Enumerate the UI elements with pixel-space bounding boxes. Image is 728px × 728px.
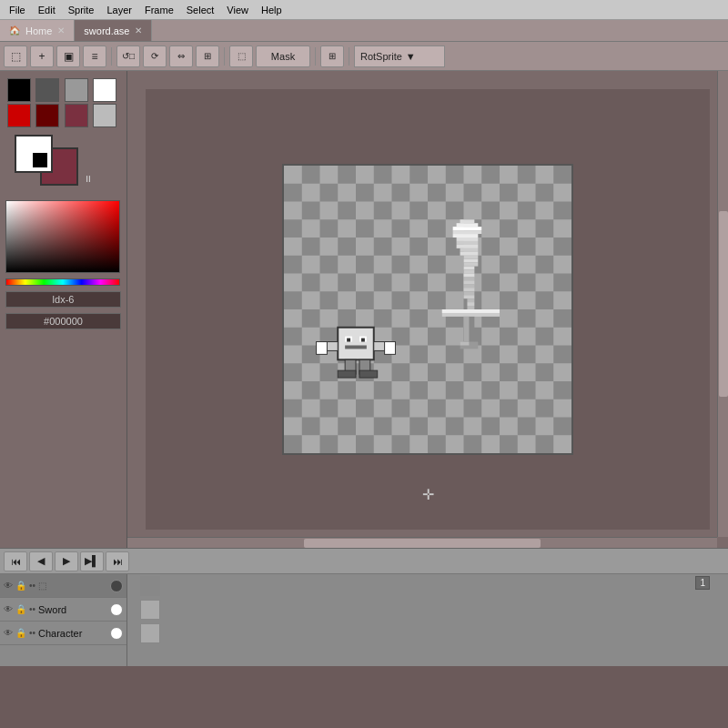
layer-row-character[interactable]: 👁 🔒 •• Character xyxy=(0,622,126,645)
layer-sword-lock-icon: 🔒 xyxy=(15,604,26,614)
swatch-gray[interactable] xyxy=(65,78,88,102)
pause-icon: ⏸ xyxy=(84,174,93,184)
tab-home-close[interactable]: ✕ xyxy=(57,25,65,35)
home-icon: 🏠 xyxy=(9,25,20,35)
layer-char-name: Character xyxy=(38,628,107,639)
rotsprite-label: RotSprite xyxy=(360,51,402,62)
svg-rect-18 xyxy=(464,267,475,270)
timeline-play-btn[interactable]: ▶ xyxy=(55,551,78,571)
timeline-prev-btn[interactable]: ◀ xyxy=(29,551,53,571)
svg-rect-14 xyxy=(460,252,479,256)
svg-rect-19 xyxy=(464,270,475,274)
swatch-white[interactable] xyxy=(93,78,116,102)
svg-rect-25 xyxy=(464,291,475,295)
fg-bg-colors: ⏸ xyxy=(15,135,78,186)
frame-cell-char[interactable] xyxy=(140,623,160,643)
fg-inner xyxy=(33,153,47,167)
toolbar-rotate-btn[interactable]: ⟳ xyxy=(143,46,167,67)
swatch-red[interactable] xyxy=(7,104,31,127)
layer-group-visibility[interactable] xyxy=(110,580,123,592)
svg-rect-4 xyxy=(284,166,571,453)
toolbar-transform-btn[interactable]: ↺□ xyxy=(116,46,140,67)
swatch-lightgray[interactable] xyxy=(93,104,116,127)
v-scrollbar-thumb[interactable] xyxy=(719,211,728,398)
tab-bar: 🏠 Home ✕ sword.ase ✕ xyxy=(0,20,728,42)
svg-rect-42 xyxy=(345,346,367,349)
menu-sprite[interactable]: Sprite xyxy=(63,3,100,17)
toolbar-select-btn[interactable]: ⬚ xyxy=(229,46,253,67)
v-scrollbar[interactable] xyxy=(717,71,728,537)
toolbar-sep-1 xyxy=(111,47,112,66)
menu-layer[interactable]: Layer xyxy=(101,3,137,17)
svg-rect-29 xyxy=(467,306,474,309)
swatch-maroon[interactable] xyxy=(65,104,88,127)
layer-char-dots-icon: •• xyxy=(29,628,35,638)
h-scrollbar-thumb[interactable] xyxy=(304,539,540,548)
hex-value: #000000 xyxy=(44,316,83,327)
color-picker-gradient[interactable] xyxy=(5,200,120,273)
tab-sword-close[interactable]: ✕ xyxy=(135,25,142,35)
toolbar-sep-3 xyxy=(315,47,316,66)
frame-number: 1 xyxy=(695,576,710,590)
tab-sword[interactable]: sword.ase ✕ xyxy=(75,20,152,41)
frame-cell-sword[interactable] xyxy=(140,600,160,620)
layer-lock-icon: 🔒 xyxy=(15,581,26,591)
gradient-dark xyxy=(6,201,119,272)
menu-view[interactable]: View xyxy=(221,3,254,17)
svg-rect-9 xyxy=(453,234,479,238)
toolbar-grid-btn[interactable]: ⊞ xyxy=(320,46,344,67)
svg-rect-23 xyxy=(464,284,475,288)
swatch-darkgray[interactable] xyxy=(35,78,59,102)
canvas-wrapper: ✛ xyxy=(146,89,710,530)
svg-rect-46 xyxy=(385,342,396,355)
svg-rect-28 xyxy=(467,302,474,306)
crosshair: ✛ xyxy=(422,486,434,503)
toolbar-menu-btn[interactable]: ≡ xyxy=(83,46,106,67)
tab-home[interactable]: 🏠 Home ✕ xyxy=(0,20,75,41)
layer-sword-visibility[interactable] xyxy=(110,603,123,616)
h-scrollbar[interactable] xyxy=(127,537,717,548)
toolbar-square-btn[interactable]: ▣ xyxy=(56,46,80,67)
frames-panel: 1 xyxy=(127,574,728,666)
layer-row-group[interactable]: 👁 🔒 •• ⬚ xyxy=(0,574,126,598)
menu-file[interactable]: File xyxy=(4,3,31,17)
layer-frame-icon: ⬚ xyxy=(38,581,46,591)
canvas-area: ✛ xyxy=(127,71,728,548)
menu-help[interactable]: Help xyxy=(256,3,288,17)
toolbar-mask-button[interactable]: Mask xyxy=(256,46,310,67)
svg-rect-22 xyxy=(464,280,475,284)
toolbar-add-btn[interactable]: + xyxy=(30,46,54,67)
toolbar-new-btn[interactable]: ⬚ xyxy=(4,46,27,67)
svg-rect-27 xyxy=(467,298,474,302)
svg-rect-21 xyxy=(464,277,475,280)
layer-row-sword[interactable]: 👁 🔒 •• Sword xyxy=(0,598,126,622)
main-content: ⏸ ldx-6 #000000 xyxy=(0,71,728,548)
timeline-toolbar: ⏮ ◀ ▶ ▶▌ ⏭ xyxy=(0,549,728,574)
svg-rect-7 xyxy=(453,227,482,230)
svg-rect-24 xyxy=(464,288,475,291)
timeline-last-btn[interactable]: ⏭ xyxy=(106,551,129,571)
swatch-grid xyxy=(7,78,119,127)
frame-cell-group[interactable] xyxy=(140,576,160,596)
mask-label: Mask xyxy=(271,51,295,62)
svg-rect-20 xyxy=(464,274,475,278)
swatch-darkred[interactable] xyxy=(35,104,59,127)
toolbar-flip-btn[interactable]: ⇔ xyxy=(169,46,193,67)
layer-eye-icon: 👁 xyxy=(4,581,13,591)
swatch-black[interactable] xyxy=(7,78,31,102)
fg-color-box[interactable] xyxy=(15,135,53,173)
tab-sword-label: sword.ase xyxy=(84,25,129,36)
layer-char-visibility[interactable] xyxy=(110,627,123,640)
toolbar-extra-btn[interactable]: ⊞ xyxy=(196,46,219,67)
timeline-first-btn[interactable]: ⏮ xyxy=(4,551,27,571)
toolbar-sep-2 xyxy=(224,47,225,66)
svg-rect-36 xyxy=(338,328,374,360)
layer-char-lock-icon: 🔒 xyxy=(15,628,26,638)
toolbar-rotsprite-selector[interactable]: RotSprite ▼ xyxy=(354,46,445,67)
menu-edit[interactable]: Edit xyxy=(33,3,61,17)
idx-display[interactable]: ldx-6 xyxy=(5,291,121,308)
hue-bar[interactable] xyxy=(5,278,120,286)
menu-select[interactable]: Select xyxy=(181,3,220,17)
timeline-next-btn[interactable]: ▶▌ xyxy=(80,551,104,571)
menu-frame[interactable]: Frame xyxy=(139,3,179,17)
